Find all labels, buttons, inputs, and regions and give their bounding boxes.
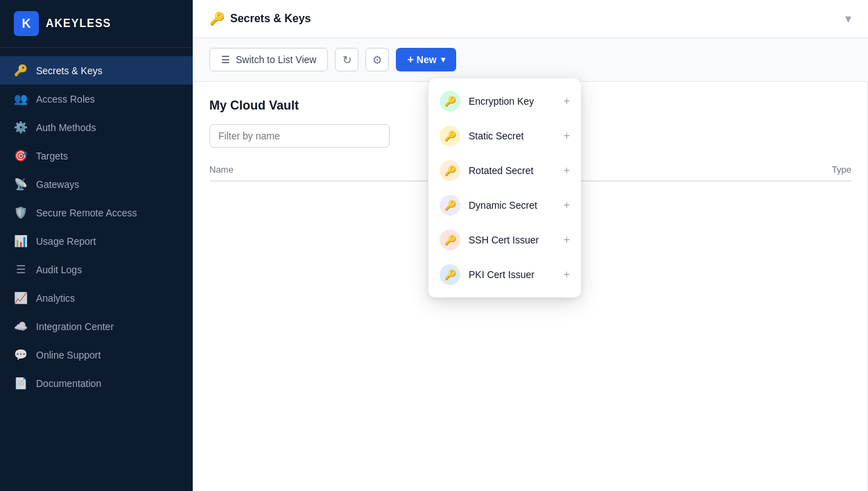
dropdown-item-ssh-cert-issuer[interactable]: 🔑 SSH Cert Issuer + (428, 223, 581, 257)
dropdown-item-static-secret[interactable]: 🔑 Static Secret + (428, 119, 581, 153)
dropdown-item-left-ssh-cert-issuer: 🔑 SSH Cert Issuer (440, 230, 539, 250)
dynamic-secret-icon: 🔑 (440, 195, 460, 216)
online-support-icon: 💬 (14, 348, 28, 361)
sidebar-item-documentation[interactable]: 📄 Documentation (0, 369, 193, 397)
targets-icon: 🎯 (14, 149, 28, 162)
sidebar-item-secrets-keys[interactable]: 🔑 Secrets & Keys (0, 56, 193, 85)
sidebar-item-secure-remote-access[interactable]: 🛡️ Secure Remote Access (0, 198, 193, 227)
sidebar-label-usage-report: Usage Report (36, 236, 96, 247)
gear-icon: ⚙ (372, 53, 382, 67)
header-chevron-icon[interactable]: ▾ (845, 11, 851, 26)
dropdown-item-left-static-secret: 🔑 Static Secret (440, 126, 523, 146)
sidebar-label-integration-center: Integration Center (36, 321, 114, 332)
sidebar-item-usage-report[interactable]: 📊 Usage Report (0, 227, 193, 255)
new-dropdown-menu: 🔑 Encryption Key + 🔑 Static Secret + 🔑 R… (428, 78, 581, 298)
dropdown-item-rotated-secret[interactable]: 🔑 Rotated Secret + (428, 153, 581, 188)
sidebar-item-online-support[interactable]: 💬 Online Support (0, 341, 193, 369)
sidebar-label-online-support: Online Support (36, 350, 101, 361)
new-plus-icon: + (407, 53, 413, 66)
sidebar-item-auth-methods[interactable]: ⚙️ Auth Methods (0, 113, 193, 141)
dropdown-label-encryption-key: Encryption Key (469, 96, 534, 107)
usage-report-icon: 📊 (14, 234, 28, 248)
new-label: New (417, 54, 437, 65)
table-column-type: Type (832, 164, 851, 175)
new-button[interactable]: + New ▾ (396, 48, 455, 71)
gateways-icon: 📡 (14, 178, 28, 191)
sidebar-label-secure-remote-access: Secure Remote Access (36, 207, 137, 218)
list-view-label: Switch to List View (236, 54, 316, 65)
analytics-icon: 📈 (14, 291, 28, 304)
page-title: Secrets & Keys (230, 12, 311, 25)
sidebar-item-analytics[interactable]: 📈 Analytics (0, 284, 193, 312)
page-title-area: 🔑 Secrets & Keys (209, 11, 311, 26)
toolbar: ☰ Switch to List View ↻ ⚙ + New ▾ 🔑 Encr… (193, 38, 868, 82)
dropdown-plus-encryption-key: + (564, 95, 570, 107)
encryption-key-icon: 🔑 (440, 91, 460, 112)
logo-text: AKEYLESS (46, 17, 111, 30)
switch-list-view-button[interactable]: ☰ Switch to List View (209, 48, 328, 71)
dropdown-plus-ssh-cert-issuer: + (564, 234, 570, 246)
dropdown-label-rotated-secret: Rotated Secret (469, 165, 533, 176)
dropdown-plus-pki-cert-issuer: + (564, 268, 570, 281)
dropdown-label-static-secret: Static Secret (469, 130, 523, 141)
sidebar-label-access-roles: Access Roles (36, 94, 95, 105)
rotated-secret-icon: 🔑 (440, 160, 460, 181)
sidebar-label-auth-methods: Auth Methods (36, 122, 96, 133)
top-header: 🔑 Secrets & Keys ▾ (193, 0, 868, 38)
secure-remote-access-icon: 🛡️ (14, 206, 28, 219)
pki-cert-issuer-icon: 🔑 (440, 264, 460, 285)
dropdown-label-pki-cert-issuer: PKI Cert Issuer (469, 269, 535, 280)
dropdown-item-left-rotated-secret: 🔑 Rotated Secret (440, 160, 533, 181)
filter-input[interactable] (209, 124, 390, 148)
dropdown-plus-static-secret: + (564, 130, 570, 142)
sidebar-item-targets[interactable]: 🎯 Targets (0, 141, 193, 170)
dropdown-item-left-pki-cert-issuer: 🔑 PKI Cert Issuer (440, 264, 535, 285)
sidebar-label-audit-logs: Audit Logs (36, 264, 82, 275)
dropdown-item-dynamic-secret[interactable]: 🔑 Dynamic Secret + (428, 188, 581, 223)
sidebar-item-integration-center[interactable]: ☁️ Integration Center (0, 312, 193, 341)
sidebar-label-documentation: Documentation (36, 378, 101, 389)
integration-center-icon: ☁️ (14, 320, 28, 333)
static-secret-icon: 🔑 (440, 126, 460, 146)
sidebar-item-access-roles[interactable]: 👥 Access Roles (0, 85, 193, 113)
sidebar-label-analytics: Analytics (36, 293, 75, 304)
sidebar-nav: 🔑 Secrets & Keys 👥 Access Roles ⚙️ Auth … (0, 48, 193, 491)
access-roles-icon: 👥 (14, 92, 28, 105)
refresh-icon: ↻ (342, 53, 351, 67)
dropdown-label-ssh-cert-issuer: SSH Cert Issuer (469, 234, 539, 246)
sidebar-label-gateways: Gateways (36, 179, 79, 190)
dropdown-item-encryption-key[interactable]: 🔑 Encryption Key + (428, 84, 581, 119)
settings-button[interactable]: ⚙ (365, 48, 389, 71)
list-view-icon: ☰ (221, 54, 230, 65)
logo-icon: K (14, 11, 39, 36)
secrets-keys-icon: 🔑 (14, 64, 28, 77)
dropdown-plus-rotated-secret: + (564, 164, 570, 177)
main-content: 🔑 Secrets & Keys ▾ ☰ Switch to List View… (193, 0, 868, 491)
documentation-icon: 📄 (14, 377, 28, 390)
dropdown-plus-dynamic-secret: + (564, 199, 570, 212)
dropdown-item-pki-cert-issuer[interactable]: 🔑 PKI Cert Issuer + (428, 257, 581, 292)
sidebar: K AKEYLESS 🔑 Secrets & Keys 👥 Access Rol… (0, 0, 193, 491)
sidebar-logo: K AKEYLESS (0, 0, 193, 48)
dropdown-label-dynamic-secret: Dynamic Secret (469, 200, 537, 211)
sidebar-item-gateways[interactable]: 📡 Gateways (0, 170, 193, 198)
dropdown-item-left-dynamic-secret: 🔑 Dynamic Secret (440, 195, 537, 216)
auth-methods-icon: ⚙️ (14, 121, 28, 134)
sidebar-label-secrets-keys: Secrets & Keys (36, 65, 103, 76)
sidebar-label-targets: Targets (36, 150, 68, 162)
new-chevron-icon: ▾ (441, 55, 445, 64)
sidebar-item-audit-logs[interactable]: ☰ Audit Logs (0, 255, 193, 284)
refresh-button[interactable]: ↻ (335, 48, 358, 71)
page-key-icon: 🔑 (209, 11, 225, 26)
ssh-cert-issuer-icon: 🔑 (440, 230, 460, 250)
audit-logs-icon: ☰ (14, 263, 28, 276)
dropdown-item-left-encryption-key: 🔑 Encryption Key (440, 91, 534, 112)
